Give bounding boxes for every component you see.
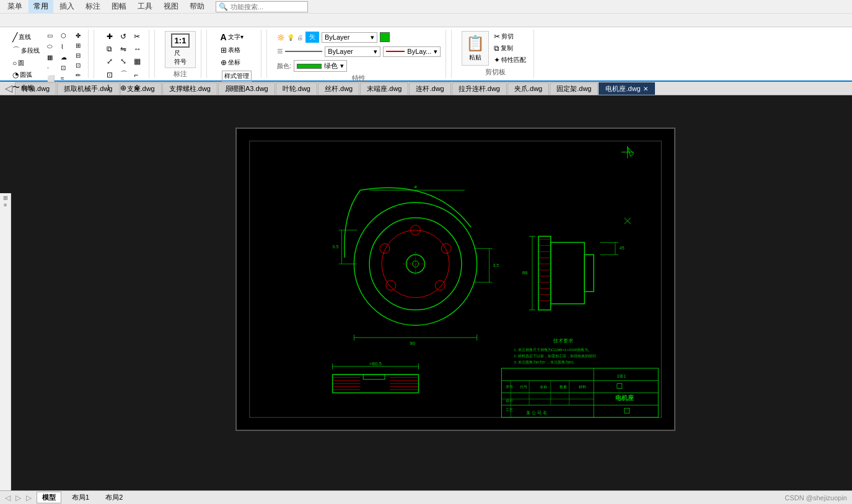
btn-array2[interactable]: ⊞ xyxy=(73,41,83,50)
svg-text:3.5: 3.5 xyxy=(493,263,499,267)
btn-ellipse[interactable]: ⬭ xyxy=(45,41,57,51)
btn-ucs[interactable]: 1:1 尺符号 xyxy=(165,31,196,68)
btn-circle[interactable]: ○圆 xyxy=(10,58,42,69)
doc-tab-lasheng[interactable]: 拉升连杆.dwg xyxy=(452,82,507,95)
sidebar-icon2[interactable]: ≡ xyxy=(4,202,7,208)
btn-extend[interactable]: ↔ xyxy=(131,43,144,54)
btn-curve[interactable]: 〜曲线 xyxy=(10,81,42,94)
btn-array[interactable]: ▦ xyxy=(131,56,144,67)
menu-item-tools[interactable]: 工具 xyxy=(133,0,157,13)
ribbon-tabs xyxy=(0,14,852,27)
doc-tab-jiazhua[interactable]: 夹爪.dwg xyxy=(507,82,549,95)
btn-rect[interactable]: ▭ xyxy=(45,31,57,40)
btn-chamfer[interactable]: ⌐ xyxy=(131,68,144,81)
sidebar-icon1[interactable]: ⊞ xyxy=(2,196,9,201)
ribbon-group-draw: ╱直线 ⌒多段线 ○圆 ◔圆弧 〜曲线 ▭ ⬡ ⬭ xyxy=(5,30,89,78)
svg-text:45: 45 xyxy=(620,246,625,250)
btn-trim[interactable]: ✂ xyxy=(131,31,144,42)
linetype-name: ByLayer xyxy=(328,48,353,55)
linetype-dropdown[interactable]: ByLayer ▾ xyxy=(325,46,380,57)
doc-tab-close[interactable]: ✕ xyxy=(643,85,648,92)
menu-item-annotation[interactable]: 标注 xyxy=(81,0,105,13)
btn-polyline[interactable]: ⌒多段线 xyxy=(10,44,42,57)
watermark: CSDN @shejizuopin xyxy=(785,494,847,502)
layer-name: ByLayer xyxy=(325,33,349,41)
doc-tab-gudingjia[interactable]: 固定架.dwg xyxy=(550,82,598,95)
btn-arc[interactable]: ◔圆弧 xyxy=(10,69,42,80)
doc-tab-yelun[interactable]: 叶轮.dwg xyxy=(276,82,317,95)
menu-item-insert[interactable]: 插入 xyxy=(55,0,79,13)
svg-text:序号: 序号 xyxy=(506,385,513,389)
menu-item-drawing[interactable]: 图幅 xyxy=(107,0,131,13)
menu-item-common[interactable]: 常用 xyxy=(29,0,53,13)
btn-wipeout[interactable]: ⬜ xyxy=(45,74,57,83)
btn-break[interactable]: ⌇ xyxy=(104,82,116,93)
btn-scale[interactable]: ⤡ xyxy=(118,56,130,67)
doc-tab-yuanli[interactable]: 原理图A3.dwg xyxy=(218,82,275,95)
btn-offset2[interactable]: ⊟ xyxy=(73,51,83,60)
btn-style-manager[interactable]: 样式管理 xyxy=(218,69,255,83)
sep5 xyxy=(451,30,452,78)
btn-copy[interactable]: ⧉ xyxy=(104,43,116,54)
layer-dropdown[interactable]: ByLayer ▾ xyxy=(322,32,377,43)
sep3 xyxy=(206,30,207,78)
btn-cloud[interactable]: ☁ xyxy=(58,53,71,62)
btn-rotate[interactable]: ↺ xyxy=(118,31,130,42)
btn-move[interactable]: ✚ xyxy=(104,31,116,42)
btn-hatch[interactable]: ▦ xyxy=(45,53,57,62)
svg-text:名称: 名称 xyxy=(540,385,547,389)
btn-paste[interactable]: 📋 粘贴 xyxy=(462,31,489,66)
btn-stretch[interactable]: ⤢ xyxy=(104,56,116,67)
btn-table[interactable]: ⊞ 表格 xyxy=(218,45,243,56)
ribbon-group-text: A 文字▾ ⊞ 表格 ⊕ 坐标 样式管理 标注 xyxy=(212,30,261,78)
doc-tab-dianjizuo[interactable]: 电机座.dwg ✕ xyxy=(599,82,654,95)
btn-explode[interactable]: ※ xyxy=(131,82,144,93)
btn-cut[interactable]: ✂剪切 xyxy=(491,31,529,42)
properties-row3: 颜色: 绿色 ▾ xyxy=(277,59,347,72)
btn-text[interactable]: A 文字▾ xyxy=(218,31,246,43)
svg-text:数量: 数量 xyxy=(560,385,567,389)
svg-text:设计: 设计 xyxy=(506,399,513,402)
doc-tab-liangan[interactable]: 连杆.dwg xyxy=(409,82,450,95)
svg-text:材料: 材料 xyxy=(578,385,586,389)
left-sidebar: ⊞ ≡ xyxy=(0,193,11,490)
menu-item-help[interactable]: 帮助 xyxy=(185,0,209,13)
menu-item-view[interactable]: 视图 xyxy=(159,0,183,13)
lineweight-dropdown[interactable]: ByLay... ▾ xyxy=(383,46,441,57)
btn-spline[interactable]: ⌇ xyxy=(58,41,71,51)
search-box[interactable]: 🔍 xyxy=(216,1,308,12)
doc-tab-luozhu[interactable]: 支撑螺柱.dwg xyxy=(162,82,217,95)
ribbon-group-properties: 🔆 💡 🖨 矢 ByLayer ▾ ≡ ByLayer ▾ xyxy=(272,30,446,78)
btn-copy-clip[interactable]: ⧉复制 xyxy=(491,43,529,54)
btn-region[interactable]: ⊡ xyxy=(58,63,71,72)
btn-coord[interactable]: ⊕ 坐标 xyxy=(218,57,243,68)
btn-point[interactable]: · xyxy=(45,63,57,72)
svg-text:90: 90 xyxy=(410,341,415,346)
btn-freehand[interactable]: ✏ xyxy=(73,71,83,80)
btn-3d[interactable]: ⊡ xyxy=(73,61,83,70)
color-dropdown[interactable]: 绿色 ▾ xyxy=(294,60,347,72)
search-input[interactable] xyxy=(231,3,305,11)
btn-mirror[interactable]: ⇋ xyxy=(118,43,130,54)
status-tab-model[interactable]: 模型 xyxy=(37,492,61,503)
status-tab-layout2[interactable]: 布局2 xyxy=(100,492,128,503)
btn-offset[interactable]: ⊡ xyxy=(104,68,116,81)
lineweight-name: ByLay... xyxy=(407,48,431,55)
ribbon-content: ╱直线 ⌒多段线 ○圆 ◔圆弧 〜曲线 ▭ ⬡ ⬭ xyxy=(0,27,852,82)
btn-revcloud[interactable]: ≈ xyxy=(58,74,71,83)
ribbon-group-ucs: 1:1 尺符号 标注 xyxy=(160,30,201,78)
btn-matchprop[interactable]: ✦特性匹配 xyxy=(491,54,529,66)
drawing-viewport: 90 ø 0.5 3.5 xyxy=(235,128,675,431)
doc-tab-sigan[interactable]: 丝杆.dwg xyxy=(318,82,359,95)
menu-item-menu[interactable]: 菜单 xyxy=(2,0,27,13)
btn-fillet[interactable]: ⌒ xyxy=(118,68,130,81)
props-group-label: 特性 xyxy=(352,72,366,83)
status-tab-layout1[interactable]: 布局1 xyxy=(66,492,95,503)
btn-construct[interactable]: ✤ xyxy=(73,31,83,40)
btn-join[interactable]: ⊕ xyxy=(118,82,130,93)
btn-polygon[interactable]: ⬡ xyxy=(58,31,71,40)
sep1 xyxy=(94,30,94,78)
doc-tab-moduan[interactable]: 末端座.dwg xyxy=(360,82,408,95)
svg-text:3. 未注圆角为R为5°，未注圆角为R2。: 3. 未注圆角为R为5°，未注圆角为R2。 xyxy=(514,360,577,364)
btn-line[interactable]: ╱直线 xyxy=(10,31,42,43)
